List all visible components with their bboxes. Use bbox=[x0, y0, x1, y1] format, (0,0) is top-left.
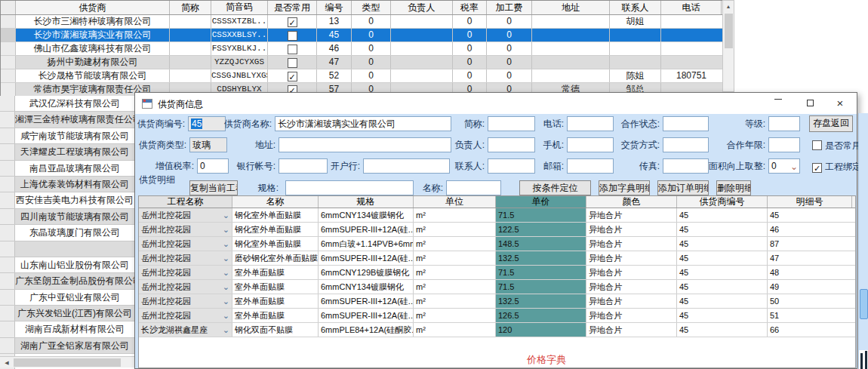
project-combo[interactable]: 岳州北控花园⌄ bbox=[139, 208, 232, 222]
col-header-contact[interactable]: 联系人 bbox=[610, 1, 661, 14]
col-header-color[interactable]: 颜色 bbox=[586, 196, 677, 208]
project-combo[interactable]: 长沙龙湖祺鑫星座⌄ bbox=[139, 323, 232, 337]
supplier-row[interactable]: 山东南山铝业股份有限公司 bbox=[0, 257, 134, 273]
detail-row[interactable]: 岳州北控花园⌄ 钢化室外单面贴膜 6mm白玻+1.14PVB+6mm... m²… bbox=[139, 237, 855, 251]
delete-detail-button[interactable]: 删除明细 bbox=[716, 180, 751, 195]
supplier-row[interactable]: 长沙市潇湘玻璃实业有限公司 CSSXXBLSY.. 45 0 0 0 bbox=[1, 29, 722, 42]
detail-row[interactable]: 岳州北控花园⌄ 磨砂钢化室外单面贴膜 6mmSUPER-III+12A(硅...… bbox=[139, 251, 855, 266]
common-checkbox[interactable] bbox=[812, 140, 822, 150]
bank-input[interactable] bbox=[363, 158, 450, 174]
common-checkbox[interactable] bbox=[288, 58, 297, 68]
locate-by-condition-button[interactable]: 按条件定位 bbox=[519, 180, 591, 195]
supplier-row[interactable]: 东晶玻璃厦门有限公司 bbox=[0, 225, 134, 241]
supplier-row[interactable]: 天津耀皮工程玻璃有限公司 bbox=[0, 144, 134, 160]
detail-row[interactable]: 岳州北控花园⌄ 室外单面贴膜 6mmSUPER-III+12A(硅... m² … bbox=[139, 294, 855, 309]
supplier-row[interactable]: 广东兴发铝业(江西)有限公司 bbox=[0, 306, 134, 321]
project-bind-checkbox-field[interactable]: 工程绑定 bbox=[812, 161, 861, 174]
short-name-input[interactable] bbox=[488, 116, 535, 131]
bank-account-input[interactable] bbox=[279, 158, 328, 174]
project-combo[interactable]: 岳州北控花园⌄ bbox=[139, 251, 232, 265]
supplier-row[interactable]: 湖南百成新材料有限公司 bbox=[0, 321, 134, 337]
dialog-titlebar[interactable]: 供货商信息 × bbox=[135, 93, 857, 114]
area-round-select[interactable]: 0⌄ bbox=[768, 158, 800, 174]
project-combo[interactable]: 岳州北控花园⌄ bbox=[139, 309, 232, 322]
project-combo[interactable]: 岳州北控花园⌄ bbox=[139, 280, 232, 294]
common-checkbox[interactable] bbox=[288, 72, 297, 81]
copy-current-project-button[interactable]: 复制当前工程 bbox=[189, 180, 238, 195]
close-button[interactable]: × bbox=[825, 93, 855, 114]
col-header-common[interactable]: 是否常用 bbox=[268, 1, 317, 14]
col-header-manager[interactable]: 负责人 bbox=[391, 1, 453, 14]
detail-row[interactable]: 岳州北控花园⌄ 室外单面贴膜 6mmSUPER-III+12A(硅... m² … bbox=[139, 309, 855, 323]
supplier-row[interactable]: 长沙晟格节能玻璃有限公司 CSSGJNBLYXGS 52 0 0 0 陈姐 18… bbox=[1, 69, 722, 83]
add-dict-detail-button[interactable]: 添加字典明细 bbox=[599, 180, 650, 195]
col-header-price[interactable]: 单价 bbox=[496, 196, 586, 208]
project-combo[interactable]: 岳州北控花园⌄ bbox=[139, 237, 232, 251]
manager-input[interactable] bbox=[488, 137, 535, 152]
project-combo[interactable]: 岳州北控花园⌄ bbox=[139, 294, 232, 308]
detail-row[interactable]: 岳州北控花园⌄ 钢化室外单面贴膜 6mmSUPER-III+12A(硅... m… bbox=[139, 223, 855, 237]
project-combo[interactable]: 岳州北控花园⌄ bbox=[139, 223, 232, 236]
fax-input[interactable] bbox=[663, 158, 709, 174]
supplier-row[interactable]: 广东坚朗五金制品股份有限公司 bbox=[0, 273, 134, 289]
vertical-scrollbar[interactable]: ▲ bbox=[722, 0, 734, 92]
supplier-row[interactable] bbox=[0, 241, 134, 257]
col-header-phone[interactable]: 电话 bbox=[661, 1, 722, 14]
col-header-spec[interactable]: 规格 bbox=[319, 196, 414, 208]
col-header-fee[interactable]: 加工费 bbox=[487, 1, 532, 14]
scrollbar-thumb[interactable] bbox=[14, 358, 121, 367]
grade-input[interactable] bbox=[768, 116, 800, 131]
col-header-address[interactable]: 地址 bbox=[532, 1, 610, 14]
supplier-name-input[interactable]: 长沙市潇湘玻璃实业有限公司 bbox=[275, 116, 451, 131]
detail-row[interactable]: 岳州北控花园⌄ 室外单面贴膜 6mmCNY134镀膜钢化 m² 71.5 异地合… bbox=[139, 280, 855, 294]
supplier-row[interactable]: 长沙市三湘特种玻璃有限公司 CSSSXTZBL.. 13 0 0 0 胡姐 bbox=[1, 15, 722, 29]
scroll-up-icon[interactable]: ▲ bbox=[723, 1, 734, 12]
supplier-row[interactable]: 西安佳吉美电力科技有限公司 bbox=[0, 192, 134, 208]
supplier-row[interactable]: 广东中亚铝业有限公司 bbox=[0, 290, 134, 306]
phone-input[interactable] bbox=[567, 116, 614, 131]
spec-filter-input[interactable] bbox=[285, 180, 414, 195]
detail-row[interactable]: 长沙龙湖祺鑫星座⌄ 钢化双面不贴膜 6mmPLE84+12A(硅酮胶... m²… bbox=[139, 323, 855, 337]
detail-row[interactable]: 岳州北控花园⌄ 室外单面贴膜 6mmCNY129B镀膜钢化 m² 71.5 异地… bbox=[139, 266, 855, 280]
horizontal-scrollbar[interactable]: ◀ bbox=[0, 356, 134, 367]
coop-years-input[interactable] bbox=[768, 137, 800, 152]
detail-row[interactable]: 岳州北控花园⌄ 钢化室外单面贴膜 6mmCNY134镀膜钢化 m² 71.5 异… bbox=[139, 208, 855, 223]
vat-rate-input[interactable]: 0 bbox=[197, 158, 229, 174]
project-combo[interactable]: 岳州北控花园⌄ bbox=[139, 266, 232, 279]
col-header-unit[interactable]: 单位 bbox=[414, 196, 496, 208]
col-header-detail-no[interactable]: 明细号 bbox=[768, 196, 852, 208]
col-header-supplier[interactable]: 供货商 bbox=[16, 1, 170, 14]
supplier-row[interactable]: 南昌亚晶玻璃有限公司 bbox=[0, 161, 134, 177]
supplier-row[interactable]: 武汉亿深科技有限公司 bbox=[0, 96, 134, 112]
supplier-row[interactable]: 上海优泰装饰材料有限公司 bbox=[0, 177, 134, 192]
address-input[interactable] bbox=[279, 137, 451, 152]
col-header-code[interactable]: 简音码 bbox=[211, 1, 268, 14]
name-filter-input[interactable] bbox=[446, 180, 501, 195]
email-input[interactable] bbox=[567, 158, 614, 174]
col-header-rate[interactable]: 税率 bbox=[453, 1, 487, 14]
supplier-row[interactable]: 湘潭三金特种玻璃有限责任公司 bbox=[0, 112, 134, 128]
col-header-short[interactable]: 简称 bbox=[170, 1, 211, 14]
supplier-no-input[interactable]: 45 bbox=[188, 116, 226, 131]
supplier-row[interactable]: 湖南广亚全铝家居有限公司 bbox=[0, 338, 134, 354]
minimize-button[interactable] bbox=[763, 93, 793, 114]
supplier-row[interactable]: 咸宁南玻节能玻璃有限公司 bbox=[0, 128, 134, 144]
supplier-type-input[interactable]: 玻璃 bbox=[189, 137, 227, 152]
supplier-row[interactable]: 扬州中勤建材有限公司 YZZQJCYXGS 47 0 0 0 bbox=[1, 56, 722, 69]
col-header-project[interactable]: 工程名称 bbox=[139, 196, 232, 208]
col-header-supplier-no[interactable]: 供货商编号 bbox=[677, 196, 768, 208]
col-header-type[interactable]: 类型 bbox=[352, 1, 391, 14]
col-header-no[interactable]: 编号 bbox=[317, 1, 352, 14]
common-checkbox-field[interactable]: 是否常用 bbox=[812, 140, 861, 152]
project-bind-checkbox[interactable] bbox=[812, 163, 822, 173]
col-header-name[interactable]: 名称 bbox=[232, 196, 319, 208]
contact-input[interactable] bbox=[488, 158, 535, 174]
mobile-input[interactable] bbox=[567, 137, 614, 152]
add-order-detail-button[interactable]: 添加订单明细 bbox=[657, 180, 709, 195]
supplier-row[interactable]: 四川南玻节能玻璃有限公司 bbox=[0, 209, 134, 225]
maximize-button[interactable] bbox=[795, 93, 825, 114]
common-checkbox[interactable] bbox=[288, 31, 297, 41]
coop-status-input[interactable] bbox=[663, 116, 709, 131]
common-checkbox[interactable] bbox=[288, 17, 297, 27]
save-return-button[interactable]: 存盘返回 bbox=[809, 115, 853, 132]
